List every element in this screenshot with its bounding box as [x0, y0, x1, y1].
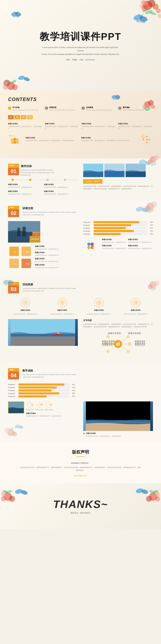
svg-point-9 — [139, 4, 142, 8]
timeline-item-4: 标题文本添加 在此处添加文本内容，或者粘贴您的文字 — [44, 190, 78, 195]
step-boxes-row: 01 02 03 04 — [8, 115, 153, 119]
svg-text:65%: 65% — [40, 404, 43, 406]
thanks-center: THANKS~ 联系方式：0897928254 — [53, 498, 108, 514]
photo-stats-area: 75% 标题文本添加 65% 标题文本添加 — [8, 402, 78, 417]
svg-text:★: ★ — [92, 246, 94, 248]
flower-thanks-left — [0, 484, 30, 508]
svg-text:C: C — [25, 302, 27, 304]
beach-caption: 标题文本添加 在此处添加文本内容，或者粘贴您的文字，选择保留源格式 — [83, 432, 153, 437]
contents-num-1: 1 — [8, 106, 11, 110]
part03-desc: Duis aute irure dolor in reprehenderit i… — [22, 287, 76, 292]
part02-content: 标题文本添加 标题文本添加 01 02 04 03 — [8, 221, 153, 271]
part04-bottom: 75% 标题文本添加 65% 标题文本添加 — [8, 402, 153, 437]
svg-point-42 — [151, 104, 155, 109]
svg-point-55 — [146, 138, 148, 141]
bar-item-3: Paragraph 60% — [83, 227, 153, 229]
b-shape-list: 01 02 04 03 标题文本添加 在此处添加文本内容，或者粘贴您的文字 标题… — [8, 245, 78, 268]
circle-icons-row: C 标题文本添加 在此处添加文本内容，或者粘贴您的文字 C 标题文本添加 在此处… — [8, 297, 153, 315]
svg-text:在此处添加: 在此处添加 — [135, 344, 145, 346]
part03-photo — [8, 319, 78, 358]
svg-point-46 — [10, 135, 10, 136]
thanks-section: THANKS~ 联系方式：0897928254 — [0, 484, 161, 529]
svg-rect-53 — [16, 141, 19, 144]
flower-bottom-left-deco — [0, 64, 38, 91]
photo-dark-overlay: 标题文本添加 — [32, 231, 40, 236]
photo-strip — [83, 164, 153, 177]
svg-point-155 — [106, 350, 110, 353]
beach-sunset-photo — [83, 402, 153, 431]
flower-part02 — [134, 200, 158, 218]
people-text-2: 标题文本添加 在此处添加文本内容，或者粘贴您的文字，选择保留源格式。在此处添加文… — [81, 137, 136, 142]
svg-text:75%: 75% — [30, 404, 34, 406]
mindmap-area: 标题文本添加 在此处添加 标题文本添加 在此处添加 标题文本添加 在此处添加 标… — [83, 330, 153, 358]
flower-part03 — [140, 279, 161, 297]
svg-text:✦: ✦ — [92, 243, 94, 245]
contents-item-desc-1: When it I some dolor falls it now with a… — [12, 109, 38, 111]
part04-label: PART — [8, 368, 19, 372]
photo-3 — [126, 164, 146, 177]
svg-point-40 — [148, 100, 154, 105]
part04-number: 04 — [8, 372, 19, 380]
magnify-graphic: t ✦ V ★ — [83, 238, 99, 255]
step-04: 04 — [27, 115, 33, 119]
part02-title: 讲课过程 — [22, 206, 76, 210]
svg-point-201 — [155, 496, 160, 501]
stats-area: 75% 标题文本添加 65% 标题文本添加 — [26, 402, 78, 417]
feature-desc-3: 在此处添加文本内容，或者粘贴您的文字，选择保留源格式 — [82, 126, 116, 130]
svg-point-157 — [126, 335, 130, 338]
social-item-3: 标题文本添加 在此处添加文本内容，或者粘贴您的文字 — [102, 244, 127, 250]
svg-text:★: ★ — [12, 134, 14, 137]
gear-icons-right — [140, 134, 153, 145]
part02-section: PART 02 讲课过程 Duis aute irure dolor in re… — [0, 200, 161, 277]
butterfly-top-left — [11, 11, 22, 19]
svg-point-17 — [142, 14, 143, 15]
bar-item-4: Paragraph 75% — [83, 230, 153, 232]
svg-line-150 — [122, 337, 128, 342]
part03-right-content: 文字内容 在此处添加文本内容，或者粘贴您的文字，选择保留源格式。在此处添加文本内… — [83, 319, 153, 358]
part02-desc: Duis aute irure dolor in reprehenderit i… — [22, 211, 76, 216]
svg-point-154 — [106, 335, 110, 338]
svg-rect-58 — [143, 139, 144, 140]
svg-text:标题文本添加: 标题文本添加 — [108, 332, 121, 334]
step-01: 01 — [8, 115, 14, 119]
svg-point-23 — [14, 11, 15, 12]
part03-title: 活动表册 — [22, 283, 76, 286]
svg-point-112 — [4, 283, 8, 286]
contents-num-2: 2 — [45, 106, 48, 110]
svg-point-10 — [158, 14, 161, 18]
small-photo — [8, 402, 24, 414]
social-text-items: 标题文本添加 在此处添加文本内容，或者粘贴您的文字 标题文本添加 在此处添加文本… — [102, 238, 153, 250]
contents-item-title-3: 活动表册 — [86, 106, 112, 109]
svg-line-101 — [94, 250, 97, 252]
part01-two-col: PART 01 教学目标 Duis aute irure dolor in re… — [8, 164, 153, 195]
svg-rect-137 — [11, 336, 75, 346]
svg-rect-62 — [142, 134, 143, 135]
svg-point-37 — [116, 98, 119, 100]
bar-charts-02: Paragraph 85% Paragraph 70% Paragraph — [83, 221, 153, 235]
social-item-4: 标题文本添加 在此处添加文本内容，或者粘贴您的文字 — [128, 244, 153, 250]
svg-point-65 — [154, 155, 159, 160]
copyright-desc1: 本套模板归千图网所有， — [71, 462, 90, 464]
people-text-1: 标题文本添加 在此处添加文本内容，或者粘贴您的文字，选择保留源格式。在此处添加文… — [26, 137, 80, 142]
contents-item-1: 1 学习目标 When it I some dolor falls it now… — [8, 106, 43, 111]
part04-desc: Duis aute irure dolor in reprehenderit i… — [22, 373, 76, 378]
flower-part04 — [3, 422, 23, 440]
text-intro-title: 文字内容 — [83, 319, 153, 322]
feature-item-3: 标题文本添加 在此处添加文本内容，或者粘贴您的文字，选择保留源格式 — [82, 123, 116, 130]
svg-point-48 — [11, 138, 14, 141]
feature-desc-4: 在此处添加文本内容，或者粘贴您的文字，选择保留源格式 — [118, 126, 153, 130]
part04-section: PART 04 教学成效 Duis aute irure dolor in re… — [0, 363, 161, 442]
butterfly-part03 — [3, 278, 15, 288]
part01-right-desc: 在此处添加文本内容，或者粘贴您的文字，选择保留源格式。在此处添加文本内容，或者粘… — [83, 185, 153, 190]
contents-item-desc-2: When it I some dolor falls it now with a… — [49, 109, 75, 111]
social-item-1: 标题文本添加 在此处添加文本内容，或者粘贴您的文字 — [102, 238, 127, 243]
contents-num-4: 4 — [118, 106, 122, 110]
contents-grid: 1 学习目标 When it I some dolor falls it now… — [8, 106, 153, 111]
feature-title-3: 标题文本添加 — [82, 123, 116, 125]
circle-item-2: C 标题文本添加 在此处添加文本内容，或者粘贴您的文字 — [45, 297, 80, 315]
svg-text:80%: 80% — [49, 404, 52, 406]
photo-1 — [83, 164, 103, 177]
circle-item-4: C 标题文本添加 在此处添加文本内容，或者粘贴您的文字 — [118, 297, 153, 315]
part04-right: 标题文本添加 在此处添加文本内容，或者粘贴您的文字，选择保留源格式 — [83, 402, 153, 437]
stats-text: 标题文本添加 在此处添加文本内容，或者粘贴您的文字，选择保留源格式 — [26, 412, 78, 417]
